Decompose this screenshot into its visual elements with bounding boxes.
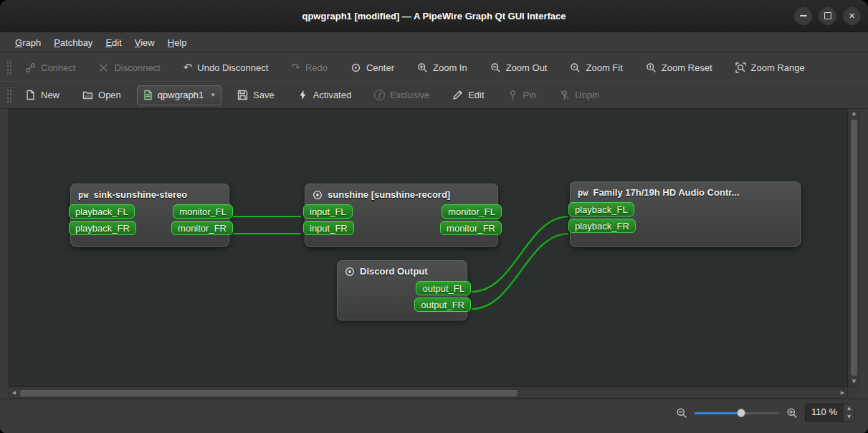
statusbar: 110 % ▲ ▼	[0, 399, 868, 433]
port-monitor_FR[interactable]: monitor_FR	[171, 221, 233, 235]
port-input_FL[interactable]: input_FL	[303, 204, 353, 219]
menubar: Graph Patchbay Edit View Help	[0, 32, 868, 53]
save-button[interactable]: Save	[230, 86, 282, 104]
minimize-button[interactable]	[794, 7, 812, 25]
port-input_FR[interactable]: input_FR	[303, 221, 354, 235]
maximize-icon	[824, 12, 831, 19]
node-header[interactable]: sunshine [sunshine-record]	[305, 184, 497, 203]
node-discord-output[interactable]: Discord Output output_FL output_FR	[337, 260, 467, 320]
pipewire-icon: pw	[78, 191, 88, 199]
vertical-scrollbar[interactable]: ▲ ▼	[849, 108, 859, 387]
open-button[interactable]: Open	[75, 86, 128, 104]
center-icon	[350, 62, 361, 73]
port-playback_FR[interactable]: playback_FR	[69, 221, 136, 235]
connect-button[interactable]: Connect	[18, 59, 82, 77]
port-playback_FR[interactable]: playback_FR	[568, 219, 636, 233]
pin-button[interactable]: Pin	[500, 86, 544, 104]
patchbay-select-value: qpwgraph1	[158, 90, 204, 100]
scroll-up-icon[interactable]: ▲	[849, 109, 859, 118]
scroll-down-icon[interactable]: ▼	[849, 377, 859, 386]
graph-canvas[interactable]: pw sink-sunshine-stereo playback_FL play…	[9, 108, 848, 387]
port-playback_FL[interactable]: playback_FL	[568, 202, 634, 217]
disconnect-icon	[98, 62, 109, 73]
node-sunshine-record[interactable]: sunshine [sunshine-record] input_FL inpu…	[305, 184, 498, 247]
new-button[interactable]: New	[18, 86, 67, 104]
toolbar-grip[interactable]	[6, 60, 12, 75]
zoom-reset-icon	[646, 62, 657, 73]
zoom-fit-button[interactable]: Zoom Fit	[563, 59, 629, 77]
undo-icon: ↶	[183, 62, 193, 73]
toolbar-grip[interactable]	[6, 87, 12, 103]
zoom-spinbox[interactable]: 110 % ▲ ▼	[805, 404, 855, 422]
port-monitor_FL[interactable]: monitor_FL	[173, 204, 233, 219]
patchbay-toolbar: New Open qpwgraph1 ▼ Save Activated ƒ	[0, 81, 868, 109]
activated-button[interactable]: Activated	[290, 86, 358, 104]
node-title: sunshine [sunshine-record]	[328, 189, 450, 200]
scrollbar-corner	[848, 387, 859, 399]
scroll-right-icon[interactable]: ▶	[838, 389, 847, 398]
zoom-reset-button[interactable]: Zoom Reset	[639, 59, 720, 77]
node-header[interactable]: pw sink-sunshine-stereo	[71, 184, 229, 203]
zoom-slider-handle[interactable]	[737, 409, 745, 417]
pipewire-icon: pw	[578, 189, 588, 197]
node-header[interactable]: pw Family 17h/19h HD Audio Contr...	[571, 182, 800, 201]
connections-layer	[9, 109, 848, 387]
horizontal-scrollbar-thumb[interactable]	[20, 390, 518, 396]
zoom-in-icon	[786, 407, 798, 419]
zoom-value[interactable]: 110 %	[806, 404, 843, 421]
menu-view[interactable]: View	[128, 35, 161, 50]
maximize-button[interactable]	[819, 7, 836, 25]
chevron-down-icon: ▼	[210, 92, 216, 98]
save-icon	[237, 90, 248, 100]
horizontal-scrollbar[interactable]: ◀ ▶	[9, 388, 848, 399]
scroll-left-icon[interactable]: ◀	[9, 389, 19, 398]
lightning-bolt-icon	[297, 90, 308, 100]
redo-icon: ↷	[291, 62, 300, 73]
spin-down-icon[interactable]: ▼	[844, 413, 854, 422]
node-title: Discord Output	[360, 266, 428, 277]
edit-button[interactable]: Edit	[445, 86, 491, 104]
exclusive-icon: ƒ	[374, 90, 385, 100]
node-sink-sunshine-stereo[interactable]: pw sink-sunshine-stereo playback_FL play…	[70, 184, 229, 247]
patchbay-select[interactable]: qpwgraph1 ▼	[137, 85, 221, 105]
spin-up-icon[interactable]: ▲	[844, 404, 854, 413]
node-family-hd-audio[interactable]: pw Family 17h/19h HD Audio Contr... play…	[570, 181, 801, 247]
port-output_FL[interactable]: output_FL	[416, 281, 471, 295]
port-playback_FL[interactable]: playback_FL	[69, 204, 135, 219]
zoom-spin-buttons: ▲ ▼	[843, 404, 854, 421]
vertical-scrollbar-thumb[interactable]	[851, 120, 857, 376]
zoom-out-button[interactable]: Zoom Out	[483, 59, 555, 77]
titlebar[interactable]: qpwgraph1 [modified] — A PipeWire Graph …	[0, 0, 868, 32]
redo-button[interactable]: ↷ Redo	[284, 59, 335, 77]
undo-disconnect-button[interactable]: ↶ Undo Disconnect	[176, 59, 276, 77]
port-monitor_FL[interactable]: monitor_FL	[442, 204, 502, 219]
pin-icon	[507, 90, 518, 100]
pencil-icon	[452, 90, 463, 100]
zoom-fit-icon	[570, 62, 581, 73]
close-button[interactable]: ×	[843, 7, 861, 25]
node-title: Family 17h/19h HD Audio Contr...	[593, 187, 739, 198]
zoom-range-icon	[735, 62, 746, 73]
exclusive-button[interactable]: ƒ Exclusive	[367, 86, 437, 104]
open-folder-icon	[82, 90, 93, 100]
port-monitor_FR[interactable]: monitor_FR	[440, 221, 502, 235]
port-output_FR[interactable]: output_FR	[414, 298, 471, 312]
menu-help[interactable]: Help	[161, 35, 194, 50]
qpwgraph-window: qpwgraph1 [modified] — A PipeWire Graph …	[0, 0, 868, 433]
record-icon	[313, 190, 323, 200]
disconnect-button[interactable]: Disconnect	[91, 59, 167, 77]
node-header[interactable]: Discord Output	[338, 261, 467, 280]
connect-icon	[25, 62, 36, 73]
zoom-in-button[interactable]: Zoom In	[410, 59, 474, 77]
patchbay-file-icon	[143, 90, 153, 100]
center-button[interactable]: Center	[343, 59, 401, 77]
zoom-slider[interactable]	[695, 408, 779, 418]
zoom-out-icon	[676, 407, 687, 419]
menu-patchbay[interactable]: Patchbay	[47, 35, 99, 50]
menu-graph[interactable]: Graph	[9, 35, 47, 50]
minimize-icon	[800, 15, 807, 16]
window-title: qpwgraph1 [modified] — A PipeWire Graph …	[302, 11, 566, 22]
zoom-range-button[interactable]: Zoom Range	[728, 59, 812, 77]
unpin-button[interactable]: Unpin	[552, 86, 606, 104]
menu-edit[interactable]: Edit	[99, 35, 128, 50]
